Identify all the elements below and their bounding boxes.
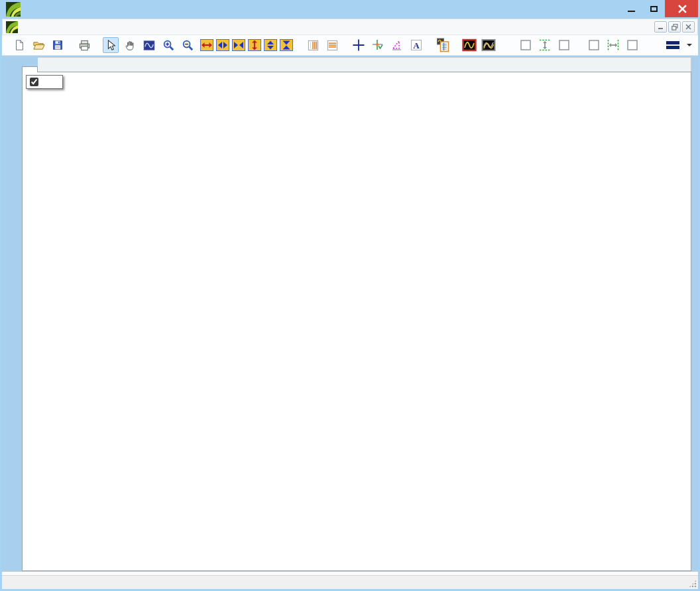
tracker-button[interactable] [370,37,386,53]
text-annotation-button[interactable]: A [408,37,424,53]
open-file-icon [32,39,45,52]
tab-bar [22,56,691,72]
v-caliper-icon [307,39,320,52]
plot-tab[interactable] [22,66,38,72]
hand-icon [124,39,136,51]
select-arrow-icon [105,39,117,51]
zoom-out-button[interactable] [180,37,196,53]
crosshair-button[interactable] [351,37,367,53]
expand-y-button[interactable] [247,37,262,53]
shrink-x-icon [232,39,245,51]
plot-page[interactable] [22,72,691,571]
select-tool-button[interactable] [103,37,119,53]
mdi-buttons [654,21,695,33]
open-file-button[interactable] [30,37,46,53]
menubar [2,19,698,35]
resize-grip-icon[interactable] [689,580,697,588]
shrink-y-icon [280,39,293,51]
zoom-in-icon [162,39,175,52]
fit-y-button[interactable] [537,37,553,53]
legend-line-sample [42,81,50,83]
save-icon [52,39,64,51]
fit-y-icon [538,38,552,52]
h-caliper-icon [326,39,339,52]
minimize-icon [628,11,635,12]
sidebar-tabs [3,56,22,571]
multi-plot-icon [481,38,496,52]
fit-x-icon [607,38,620,52]
empty-box-icon [520,40,531,50]
layout-menu-button[interactable] [662,39,696,51]
crosshair-icon [352,38,365,52]
tab-bar-filler [38,57,691,72]
fit-x-left-checkbox[interactable] [586,37,602,53]
print-button[interactable] [76,37,92,53]
minimize-button[interactable] [620,0,642,17]
app-window: A [0,0,700,591]
svg-text:A: A [413,40,420,50]
zoom-in-button[interactable] [160,37,176,53]
stretch-y-button[interactable] [262,37,278,53]
tab-area [22,56,691,571]
text-a-icon: A [410,38,423,52]
v-caliper-button[interactable] [305,37,321,53]
dropdown-caret-icon [687,44,692,46]
mdi-close-button[interactable] [682,21,695,33]
legend-toggle-button[interactable] [435,37,451,53]
plot-canvas[interactable] [23,72,691,570]
close-button[interactable] [665,0,700,17]
toolbar: A [2,35,698,56]
maximize-icon [650,6,658,12]
shrink-y-button[interactable] [278,37,294,53]
legend-box[interactable] [26,75,63,89]
fit-x-right-checkbox[interactable] [624,37,640,53]
new-file-icon [13,39,25,51]
delta-triangle-button[interactable] [389,37,405,53]
close-icon [678,5,687,13]
fit-x-button[interactable] [605,37,621,53]
multi-plot-button[interactable] [481,37,496,53]
zoom-region-icon [143,39,156,52]
stretch-x-button[interactable] [215,37,231,53]
zoom-region-button[interactable] [141,37,157,53]
layout-icon [666,40,680,50]
empty-box-icon [627,40,638,50]
legend-panel-icon [436,38,449,52]
dark-plot-button[interactable] [461,37,477,53]
mdi-minimize-button[interactable] [654,21,667,33]
shrink-x-button[interactable] [231,37,247,53]
mdi-restore-button[interactable] [668,21,681,33]
expand-x-icon [200,39,213,51]
h-caliper-button[interactable] [324,37,340,53]
delta-triangle-icon [390,38,404,52]
dark-plot-icon [462,38,477,52]
app-logo-icon-small [6,21,18,33]
print-icon [78,39,91,52]
expand-y-icon [248,39,261,51]
new-file-button[interactable] [11,37,27,53]
fit-y-left-checkbox[interactable] [518,37,534,53]
legend-checkbox[interactable] [30,78,38,86]
expand-x-button[interactable] [199,37,215,53]
pan-tool-button[interactable] [122,37,138,53]
titlebar [2,0,698,19]
client-area [2,56,698,571]
stretch-y-icon [264,39,277,51]
mdi-restore-icon [671,24,678,31]
empty-box-icon [589,40,599,50]
app-logo-icon [6,2,21,17]
zoom-out-icon [182,39,194,52]
empty-box-icon [559,40,569,50]
maximize-button[interactable] [642,0,665,17]
tracker-icon [371,38,384,52]
stretch-x-icon [216,39,229,51]
fit-y-right-checkbox[interactable] [556,37,572,53]
statusbar [2,575,698,589]
save-button[interactable] [50,37,66,53]
mdi-close-icon [685,24,691,30]
mdi-minimize-icon [658,24,664,30]
